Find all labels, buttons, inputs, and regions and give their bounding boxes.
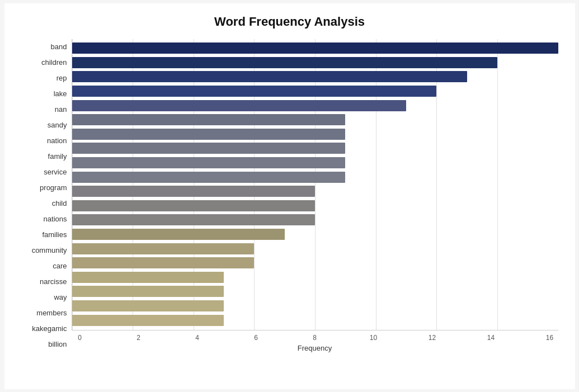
bars-list (72, 39, 558, 330)
y-label: narcisse (40, 274, 67, 290)
bar (72, 129, 346, 140)
bar-row (72, 299, 558, 313)
y-label: family (48, 149, 67, 164)
bar-row (72, 242, 558, 256)
bar-row (72, 313, 558, 328)
x-tick: 10 (365, 334, 382, 342)
bars-and-xaxis: 0246810121416 Frequency (72, 39, 558, 352)
bar-row (72, 184, 558, 199)
bar (72, 229, 285, 240)
bar-row (72, 84, 558, 98)
y-label: program (40, 180, 67, 196)
bar-row (72, 155, 558, 170)
y-label: way (54, 290, 67, 305)
bar (72, 114, 346, 125)
chart-area: bandchildrenreplakenansandynationfamilys… (21, 39, 558, 352)
bar (72, 315, 224, 326)
x-tick: 12 (424, 334, 441, 342)
bars-area (72, 39, 558, 330)
bar-row (72, 170, 558, 185)
y-label: families (42, 227, 67, 243)
y-label: members (36, 305, 67, 321)
y-label: nation (47, 133, 67, 149)
y-label: child (52, 196, 67, 211)
x-tick: 0 (72, 334, 88, 342)
x-tick: 6 (248, 334, 265, 342)
bar (72, 100, 406, 111)
bar (72, 286, 224, 297)
bar-row (72, 112, 558, 127)
bar-row (72, 213, 558, 228)
y-label: care (53, 258, 67, 274)
bar (72, 200, 316, 211)
x-tick: 2 (130, 334, 147, 342)
x-tick: 14 (483, 334, 500, 342)
bar (72, 157, 346, 168)
y-label: nan (55, 102, 67, 117)
bar (72, 272, 224, 283)
y-label: nations (44, 211, 67, 227)
bar-row (72, 70, 558, 84)
bar-row (72, 285, 558, 299)
x-tick: 8 (307, 334, 323, 342)
bar-row (72, 41, 558, 56)
bar-row (72, 227, 558, 242)
bar (72, 86, 437, 97)
bar (72, 300, 224, 311)
x-axis-wrapper: 0246810121416 Frequency (72, 330, 558, 352)
bar-row (72, 270, 558, 285)
bar (72, 257, 255, 268)
bar-row (72, 55, 558, 70)
y-label: sandy (48, 117, 67, 133)
y-label: service (44, 164, 67, 180)
y-label: band (51, 39, 67, 55)
bar-row (72, 141, 558, 156)
bar (72, 214, 316, 225)
x-axis-label: Frequency (72, 344, 558, 352)
bar (72, 172, 346, 183)
bar (72, 186, 316, 197)
bar (72, 57, 497, 68)
y-label: lake (54, 86, 67, 102)
bar (72, 42, 558, 54)
bar-row (72, 98, 558, 113)
y-label: community (32, 243, 67, 258)
chart-container: Word Frequency Analysis bandchildrenrepl… (4, 3, 575, 389)
y-label: kakegamic (32, 321, 67, 337)
y-label: children (41, 55, 67, 70)
y-axis: bandchildrenreplakenansandynationfamilys… (21, 39, 72, 352)
y-label: rep (57, 70, 67, 86)
x-axis: 0246810121416 (72, 330, 558, 342)
x-tick: 4 (189, 334, 206, 342)
bar-row (72, 127, 558, 141)
chart-title: Word Frequency Analysis (21, 15, 558, 29)
x-tick: 16 (542, 334, 558, 342)
bar-row (72, 199, 558, 213)
bar (72, 243, 255, 254)
y-label: billion (48, 337, 67, 352)
bar-row (72, 256, 558, 270)
bar (72, 143, 346, 154)
bar (72, 71, 467, 82)
